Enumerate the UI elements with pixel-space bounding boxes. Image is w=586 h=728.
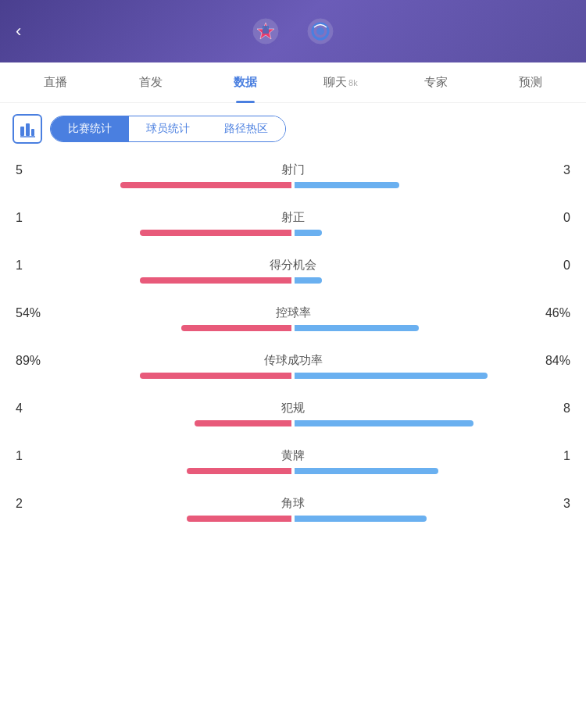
sub-tab-match-stats[interactable]: 比赛统计 [51,116,129,141]
tab-expert[interactable]: 专家 [388,62,484,103]
back-button[interactable]: ‹ [16,21,47,41]
bar-right-wrap [293,420,570,426]
bar-left-wrap [16,277,293,284]
home-team-logo [252,18,279,45]
stat-name: 控球率 [63,305,523,320]
bar-left [120,182,291,188]
stat-left-value: 1 [16,259,63,273]
away-team-logo [307,18,334,45]
tab-live[interactable]: 直播 [8,62,103,103]
sub-tab-player-stats[interactable]: 球员统计 [129,116,207,141]
stat-left-value: 2 [16,497,63,511]
bar-right-wrap [293,277,570,284]
stat-row: 89% 传球成功率 84% [16,353,570,379]
stat-bar-container [16,182,570,188]
stat-left-value: 89% [16,354,63,368]
stat-right-value: 1 [523,449,570,463]
bar-right [295,516,427,522]
stat-left-value: 1 [16,211,63,225]
stat-left-value: 1 [16,449,63,463]
stat-right-value: 3 [523,163,570,177]
svg-point-5 [316,27,324,35]
bar-left-wrap [16,230,293,236]
bar-left [140,230,291,236]
stat-bar-container [16,420,570,426]
stat-bar-container [16,468,570,474]
stats-list: 5 射门 3 1 射正 0 1 得分机会 [0,155,586,551]
tab-stats[interactable]: 数据 [198,62,293,103]
stat-bar-container [16,325,570,331]
stat-bar-container [16,516,570,522]
bar-right [295,325,419,331]
bar-right [295,420,473,426]
stat-right-value: 3 [523,497,570,511]
stat-right-value: 46% [523,306,570,320]
stat-bar-container [16,373,570,379]
bar-left-wrap [16,468,293,474]
bar-left [140,277,291,284]
bar-right [295,182,399,188]
match-info [47,18,539,45]
tab-predict[interactable]: 预测 [483,62,578,103]
stat-row: 5 射门 3 [16,162,570,188]
svg-rect-6 [20,127,24,136]
bar-right [295,373,488,379]
bar-right-wrap [293,468,570,474]
stat-row: 54% 控球率 46% [16,305,570,331]
bar-right-wrap [293,230,570,236]
nav-tab-bar: 直播 首发 数据 聊天8k 专家 预测 [0,62,586,103]
sub-tab-bar: 比赛统计 球员统计 路径热区 [0,103,586,155]
bar-left [187,468,291,474]
stat-row: 4 犯规 8 [16,401,570,426]
stat-left-value: 4 [16,401,63,416]
bar-left [195,420,291,426]
stat-row: 1 得分机会 0 [16,258,570,284]
stat-row: 1 黄牌 1 [16,448,570,474]
chart-icon-button[interactable] [13,114,42,144]
bar-left [181,325,291,331]
sub-tab-heatmap[interactable]: 路径热区 [207,116,285,141]
stat-name: 射门 [63,162,523,177]
stat-right-value: 0 [523,211,570,225]
bar-right-wrap [293,182,570,188]
match-header: ‹ [0,0,586,62]
stat-bar-container [16,277,570,284]
bar-left [140,373,291,379]
bar-left-wrap [16,516,293,522]
svg-rect-2 [263,26,269,34]
chart-icon [19,120,36,137]
bar-right-wrap [293,325,570,331]
stat-name: 传球成功率 [63,353,523,368]
bar-left [187,516,291,522]
bar-right-wrap [293,373,570,379]
bar-right [295,277,322,284]
stat-right-value: 8 [523,401,570,416]
stat-left-value: 54% [16,306,63,320]
stat-name: 射正 [63,210,523,225]
bar-right [295,468,438,474]
bar-right [295,230,322,236]
tab-lineup[interactable]: 首发 [103,62,198,103]
bar-left-wrap [16,182,293,188]
svg-rect-8 [31,129,34,136]
stat-right-value: 84% [523,354,570,368]
tab-chat[interactable]: 聊天8k [293,62,388,103]
svg-rect-7 [26,123,30,136]
bar-left-wrap [16,325,293,331]
stat-row: 1 射正 0 [16,210,570,236]
stat-name: 得分机会 [63,258,523,273]
bar-left-wrap [16,373,293,379]
stat-row: 2 角球 3 [16,496,570,522]
bar-left-wrap [16,420,293,426]
stat-left-value: 5 [16,163,63,177]
stat-name: 角球 [63,496,523,511]
bar-right-wrap [293,516,570,522]
stat-name: 黄牌 [63,448,523,463]
stat-name: 犯规 [63,401,523,416]
stat-right-value: 0 [523,259,570,273]
stat-bar-container [16,230,570,236]
sub-tab-group: 比赛统计 球员统计 路径热区 [50,116,286,142]
